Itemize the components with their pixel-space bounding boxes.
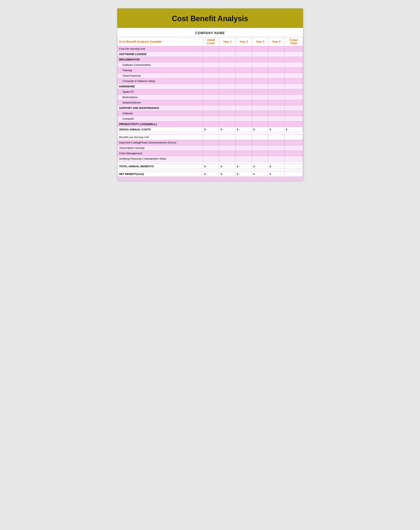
row-label: SOFTWARE LICENSE bbox=[117, 52, 203, 57]
total-benefits-label: TOTAL ANNUAL BENEFITS bbox=[117, 164, 203, 169]
gross-costs-year1: $ - bbox=[219, 127, 236, 132]
net-benefit-year3: $ - bbox=[252, 171, 268, 177]
table-row: Benefits per Nursing Unit bbox=[117, 134, 303, 140]
row-label: Taplet PC bbox=[117, 89, 203, 95]
row-label: Computer bbox=[117, 116, 203, 121]
header-label: Cost-Benefit Analysis Example bbox=[117, 37, 203, 46]
header-year2: Year 2 bbox=[236, 37, 252, 46]
total-benefits-row: TOTAL ANNUAL BENEFITS $ - $ - $ - $ - $ … bbox=[117, 164, 303, 169]
row-label: Transcription Savings bbox=[117, 145, 203, 151]
gross-annual-costs-row: GROSS ANNUAL COSTS $ - $ - $ - $ - $ - $… bbox=[117, 127, 303, 132]
table-header: Cost-Benefit Analysis Example Initial Co… bbox=[117, 37, 303, 46]
spacer-row bbox=[117, 162, 303, 164]
table-row: Chart Management bbox=[117, 151, 303, 156]
row-label: Computer & Network Setup bbox=[117, 78, 203, 84]
row-label: Cost Per Nursing Unit bbox=[117, 46, 203, 52]
table-row: Travel Expense bbox=[117, 73, 303, 78]
gross-costs-year3: $ - bbox=[252, 127, 268, 132]
row-label: Travel Expense bbox=[117, 73, 203, 78]
table-row: Training bbox=[117, 68, 303, 73]
net-benefit-year1: $ - bbox=[219, 171, 236, 177]
net-benefit-year4: $ - bbox=[268, 171, 284, 177]
header-year1: Year 1 bbox=[219, 37, 236, 46]
document-container: Cost Benefit Analysis COMPANY NAME Cost-… bbox=[117, 8, 303, 181]
spacer-row bbox=[117, 177, 303, 180]
net-benefit-year2: $ - bbox=[236, 171, 252, 177]
row-label: Training bbox=[117, 68, 203, 73]
main-title: Cost Benefit Analysis bbox=[121, 14, 299, 23]
gross-costs-year2: $ - bbox=[236, 127, 252, 132]
table-row: Cost Per Nursing Unit bbox=[117, 46, 303, 52]
total-benefits-year3: $ - bbox=[252, 164, 268, 169]
row-label: PRODUCTIVITY LOSS(40hrs.) bbox=[117, 121, 203, 127]
table-row: SOFTWARE LICENSE bbox=[117, 52, 303, 57]
row-label: Chart Management bbox=[117, 151, 203, 156]
gross-costs-initial: $ - bbox=[203, 127, 219, 132]
gross-costs-3yr: $ - bbox=[284, 127, 303, 132]
row-label: Network/Server bbox=[117, 100, 203, 105]
table-row: Computer bbox=[117, 116, 303, 121]
net-benefit-initial: $ - bbox=[203, 171, 219, 177]
row-label: Improved Coding(Fewer Documentioons Erro… bbox=[117, 140, 203, 145]
cost-benefit-table: Cost-Benefit Analysis Example Initial Co… bbox=[117, 37, 303, 180]
gross-costs-year4: $ - bbox=[268, 127, 284, 132]
header-year3: Year 3 bbox=[252, 37, 268, 46]
row-label: SUPPORT AND MAINTENANCE bbox=[117, 105, 203, 111]
row-label: Workstations bbox=[117, 95, 203, 100]
table-row: SUPPORT AND MAINTENANCE bbox=[117, 105, 303, 111]
table-row: Workstations bbox=[117, 95, 303, 100]
total-benefits-year2: $ - bbox=[236, 164, 252, 169]
row-label: HARDWARE bbox=[117, 84, 203, 89]
table-row: Software Customization bbox=[117, 62, 303, 68]
table-row: Improved Coding(Fewer Documentioons Erro… bbox=[117, 140, 303, 145]
total-benefits-initial: $ - bbox=[203, 164, 219, 169]
header-year4: Year 4 bbox=[268, 37, 284, 46]
header-3yr: 3 year Total bbox=[284, 37, 303, 46]
row-label: Verifying Physician's Handwritten Notes bbox=[117, 156, 203, 162]
spacer-row bbox=[117, 169, 303, 171]
row-label: Software Customization bbox=[117, 62, 203, 68]
table-row: Transcription Savings bbox=[117, 145, 303, 151]
total-benefits-year4: $ - bbox=[268, 164, 284, 169]
row-label: Benefits per Nursing Unit bbox=[117, 134, 203, 140]
table-row: Verifying Physician's Handwritten Notes bbox=[117, 156, 303, 162]
table-row: Network/Server bbox=[117, 100, 303, 105]
table-row: HARDWARE bbox=[117, 84, 303, 89]
table-row: Software bbox=[117, 111, 303, 116]
company-name: COMPANY NAME bbox=[117, 28, 303, 37]
title-bar: Cost Benefit Analysis bbox=[117, 9, 303, 28]
row-label: IMPLEMENTION bbox=[117, 57, 203, 62]
net-benefit-label: NET BENEFIT(cost) bbox=[117, 171, 203, 177]
table-row: Taplet PC bbox=[117, 89, 303, 95]
table-row: Computer & Network Setup bbox=[117, 78, 303, 84]
total-benefits-year1: $ - bbox=[219, 164, 236, 169]
row-label: Software bbox=[117, 111, 203, 116]
net-benefit-row: NET BENEFIT(cost) $ - $ - $ - $ - $ - bbox=[117, 171, 303, 177]
header-initial: Initial Costs bbox=[203, 37, 219, 46]
spacer-row bbox=[117, 132, 303, 134]
table-row: IMPLEMENTION bbox=[117, 57, 303, 62]
table-row: PRODUCTIVITY LOSS(40hrs.) bbox=[117, 121, 303, 127]
gross-costs-label: GROSS ANNUAL COSTS bbox=[117, 127, 203, 132]
